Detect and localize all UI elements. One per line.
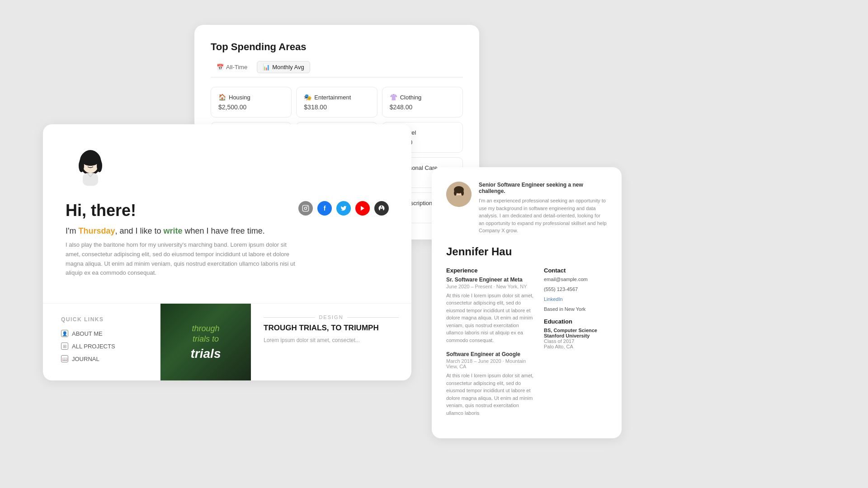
instagram-icon[interactable]	[298, 201, 313, 216]
svg-point-9	[304, 207, 307, 209]
svg-point-6	[92, 162, 94, 164]
svg-marker-11	[361, 206, 364, 211]
design-tag: DESIGN	[264, 314, 399, 320]
spending-title: Top Spending Areas	[211, 41, 463, 53]
quick-links: QUICK LINKS 👤 ABOUT ME ⊞ ALL PROJECTS 📖 …	[43, 304, 160, 380]
personal-bottom: QUICK LINKS 👤 ABOUT ME ⊞ ALL PROJECTS 📖 …	[43, 303, 411, 380]
svg-point-5	[87, 162, 89, 164]
resume-header: Senior Software Engineer seeking a new c…	[446, 182, 607, 235]
quick-link-journal[interactable]: 📖 JOURNAL	[61, 355, 142, 362]
quick-links-list: 👤 ABOUT ME ⊞ ALL PROJECTS 📖 JOURNAL	[61, 330, 142, 362]
resume-experience: Experience Sr. Software Engineer at Meta…	[446, 267, 535, 424]
avatar-illustration	[66, 142, 115, 192]
svg-point-17	[454, 190, 457, 196]
spending-tabs: 📅 All-Time 📊 Monthly Avg	[211, 61, 463, 78]
tab-all-time[interactable]: 📅 All-Time	[211, 61, 253, 73]
project-preview: throughtrials to trials DESIGN TROUGH TR…	[160, 304, 411, 380]
contact-phone: (555) 123-4567	[544, 286, 607, 292]
contact-linkedin[interactable]: LinkedIn	[544, 296, 607, 302]
resume-name: Jennifer Hau	[446, 245, 607, 258]
svg-point-4	[97, 160, 102, 172]
experience-title: Experience	[446, 267, 535, 274]
spending-item-clothing: 👚 Clothing $248.00	[382, 87, 463, 117]
resume-card: Senior Software Engineer seeking a new c…	[432, 167, 622, 438]
job-1: Sr. Software Engineer at Meta June 2020 …	[446, 277, 535, 344]
personal-card: Hi, there! I'm Thursday, and I like to w…	[43, 124, 411, 380]
intro-line: I'm Thursday, and I like to write when I…	[66, 226, 389, 236]
project-image: throughtrials to trials	[160, 304, 251, 380]
svg-rect-8	[302, 205, 308, 211]
contact-location: Based in New York	[544, 306, 607, 312]
edu-location: Palo Alto, CA	[544, 344, 607, 349]
svg-point-12	[381, 207, 382, 209]
spending-item-entertainment: 🎭 Entertainment $318.00	[296, 87, 377, 117]
chart-icon: 📊	[263, 64, 270, 70]
tab-monthly-avg[interactable]: 📊 Monthly Avg	[257, 61, 310, 73]
svg-point-3	[79, 160, 84, 172]
social-icons: f	[298, 201, 389, 216]
quick-link-projects[interactable]: ⊞ ALL PROJECTS	[61, 343, 142, 350]
write-highlight: write	[164, 226, 183, 235]
contact-title: Contact	[544, 267, 607, 274]
spending-item-housing: 🏠 Housing $2,500.00	[211, 87, 292, 117]
resume-summary: I'm an experienced professional seeking …	[479, 197, 607, 235]
name-highlight: Thursday	[78, 226, 115, 235]
housing-icon: 🏠	[218, 94, 226, 101]
resume-sidebar: Contact email@sample.com (555) 123-4567 …	[544, 267, 607, 424]
bio-text: I also play the baritone horn for my uni…	[66, 240, 301, 278]
svg-point-10	[307, 206, 308, 207]
project-desc: Lorem ipsum dolor sit amet, consectet...	[264, 336, 399, 344]
book-icon: 📖	[61, 355, 68, 362]
resume-avatar	[446, 182, 472, 207]
project-info: DESIGN TROUGH TRIALS, TO TRIUMPH Lorem i…	[251, 304, 411, 380]
twitter-icon[interactable]	[336, 201, 351, 216]
entertainment-icon: 🎭	[304, 94, 311, 101]
edu-degree: BS, Computer Science	[544, 328, 607, 333]
svg-point-18	[461, 190, 464, 196]
contact-email: email@sample.com	[544, 277, 607, 282]
clothing-icon: 👚	[390, 94, 397, 101]
person-icon: 👤	[61, 330, 68, 337]
edu-class: Class of 2017	[544, 338, 607, 344]
resume-body: Experience Sr. Software Engineer at Meta…	[446, 267, 607, 424]
calendar-icon: 📅	[217, 64, 224, 70]
job-2: Software Engineer at Google March 2018 –…	[446, 351, 535, 417]
edu-school: Stanford University	[544, 333, 607, 338]
quick-links-title: QUICK LINKS	[61, 316, 142, 323]
personal-inner: Hi, there! I'm Thursday, and I like to w…	[43, 124, 411, 299]
project-title: TROUGH TRIALS, TO TRIUMPH	[264, 324, 399, 333]
podcast-icon[interactable]	[374, 201, 389, 216]
quick-link-about[interactable]: 👤 ABOUT ME	[61, 330, 142, 337]
svg-point-19	[453, 195, 465, 204]
svg-rect-7	[83, 173, 98, 186]
resume-header-text: Senior Software Engineer seeking a new c…	[479, 182, 607, 235]
youtube-icon[interactable]	[355, 201, 370, 216]
education-title: Education	[544, 318, 607, 325]
facebook-icon[interactable]: f	[317, 201, 332, 216]
resume-job-headline: Senior Software Engineer seeking a new c…	[479, 182, 607, 194]
grid-icon: ⊞	[61, 343, 68, 350]
